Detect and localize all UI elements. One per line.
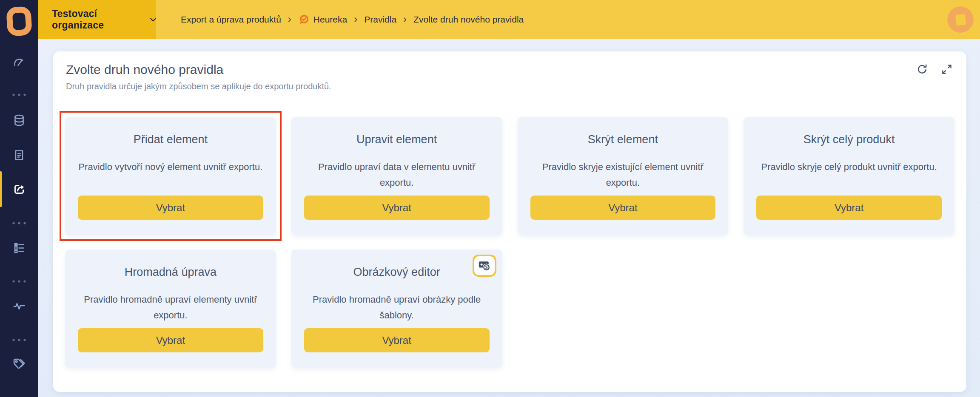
sidebar-item-more-3[interactable] bbox=[0, 272, 38, 291]
ellipsis-icon bbox=[12, 280, 26, 283]
sidebar-item-documents[interactable] bbox=[0, 146, 38, 164]
chevron-down-icon bbox=[150, 18, 156, 22]
breadcrumb-item-current: Zvolte druh nového pravidla bbox=[413, 14, 524, 25]
vybrat-button-hromadna-uprava[interactable]: Vybrat bbox=[78, 328, 263, 352]
gauge-icon bbox=[12, 56, 26, 70]
sidebar-item-dashboard[interactable] bbox=[0, 54, 38, 72]
sidebar-item-data[interactable] bbox=[0, 111, 38, 130]
ellipsis-icon bbox=[12, 338, 26, 342]
breadcrumb-label: Heureka bbox=[313, 14, 347, 25]
checklist-icon bbox=[12, 241, 26, 255]
organization-name: Testovací organizace bbox=[52, 8, 145, 31]
page-content: Zvolte druh nového pravidla Druh pravidl… bbox=[38, 39, 980, 397]
sidebar bbox=[0, 0, 38, 397]
breadcrumb-separator: › bbox=[354, 14, 357, 26]
page-subtitle: Druh pravidla určuje jakým způsobem se a… bbox=[66, 82, 954, 91]
card-description: Pravidlo skryje celý produkt uvnitř expo… bbox=[761, 159, 937, 175]
card-title: Upravit element bbox=[356, 133, 437, 146]
org-logo-avatar-icon bbox=[947, 6, 974, 33]
expand-icon bbox=[940, 63, 953, 76]
expand-button[interactable] bbox=[940, 62, 954, 76]
panel-header: Zvolte druh nového pravidla Druh pravidl… bbox=[53, 51, 966, 103]
breadcrumb-separator: › bbox=[403, 14, 407, 26]
breadcrumb-label: Pravidla bbox=[364, 14, 396, 25]
card-title: Skrýt celý produkt bbox=[803, 133, 895, 146]
sidebar-item-more-4[interactable] bbox=[0, 331, 38, 349]
topbar: Testovací organizace Export a úprava pro… bbox=[38, 0, 980, 39]
app-logo[interactable] bbox=[0, 4, 38, 38]
page-title: Zvolte druh nového pravidla bbox=[66, 62, 954, 77]
document-icon bbox=[12, 148, 26, 162]
sidebar-item-more-2[interactable] bbox=[0, 214, 38, 233]
main-area: Testovací organizace Export a úprava pro… bbox=[38, 0, 980, 397]
sidebar-item-tags[interactable] bbox=[0, 355, 38, 374]
card-description: Pravidlo hromadně upraví elementy uvnitř… bbox=[78, 292, 263, 323]
vybrat-button-skryt-element[interactable]: Vybrat bbox=[530, 196, 716, 220]
card-title: Obrázkový editor bbox=[353, 266, 440, 279]
database-icon bbox=[12, 113, 26, 128]
card-description: Pravidlo vytvoří nový element uvnitř exp… bbox=[78, 159, 262, 175]
organization-switcher[interactable]: Testovací organizace bbox=[38, 0, 156, 39]
card-title: Skrýt element bbox=[588, 133, 658, 146]
rule-card-grid: Přidat element Pravidlo vytvoří nový ele… bbox=[65, 117, 954, 368]
money-icon: $ bbox=[478, 259, 491, 272]
sidebar-item-rules-list[interactable] bbox=[0, 238, 38, 257]
breadcrumb-item-heureka[interactable]: Heureka bbox=[298, 14, 347, 26]
app-window: Testovací organizace Export a úprava pro… bbox=[0, 0, 980, 397]
vybrat-button-skryt-cely-produkt[interactable]: Vybrat bbox=[756, 196, 942, 220]
paid-feature-badge: $ bbox=[473, 255, 496, 277]
card-hromadna-uprava: Hromadná úprava Pravidlo hromadně upraví… bbox=[65, 250, 276, 368]
card-title: Hromadná úprava bbox=[125, 266, 217, 279]
card-skryt-element: Skrýt element Pravidlo skryje existující… bbox=[518, 117, 729, 235]
card-description: Pravidlo upraví data v elementu uvnitř e… bbox=[304, 159, 490, 190]
panel-actions bbox=[915, 62, 954, 76]
card-upravit-element: Upravit element Pravidlo upraví data v e… bbox=[291, 117, 502, 235]
sidebar-item-export[interactable] bbox=[0, 180, 38, 198]
rule-type-panel: Zvolte druh nového pravidla Druh pravidl… bbox=[53, 51, 966, 392]
panel-body: Přidat element Pravidlo vytvoří nový ele… bbox=[53, 103, 966, 368]
breadcrumb-label: Export a úprava produktů bbox=[181, 14, 281, 25]
card-description: Pravidlo skryje existující element uvnit… bbox=[530, 159, 716, 190]
card-title: Přidat element bbox=[134, 133, 208, 146]
breadcrumb: Export a úprava produktů › Heureka › Pra… bbox=[181, 0, 524, 39]
ellipsis-icon bbox=[12, 221, 26, 225]
vybrat-button-pridat-element[interactable]: Vybrat bbox=[78, 196, 263, 220]
heureka-icon bbox=[298, 14, 310, 26]
card-obrazkovy-editor: $ Obrázkový editor Pravidlo hromadně upr… bbox=[291, 250, 502, 368]
vybrat-button-upravit-element[interactable]: Vybrat bbox=[304, 196, 490, 220]
svg-text:$: $ bbox=[485, 265, 487, 270]
breadcrumb-item-export[interactable]: Export a úprava produktů bbox=[181, 14, 281, 25]
card-description: Pravidlo hromadně upraví obrázky podle š… bbox=[304, 292, 490, 323]
vybrat-button-obrazkovy-editor[interactable]: Vybrat bbox=[304, 328, 490, 352]
breadcrumb-separator: › bbox=[288, 14, 291, 26]
card-skryt-cely-produkt: Skrýt celý produkt Pravidlo skryje celý … bbox=[744, 117, 954, 235]
ellipsis-icon bbox=[12, 93, 26, 96]
app-logo-icon bbox=[6, 6, 32, 37]
tags-icon bbox=[11, 357, 27, 372]
avatar[interactable] bbox=[947, 6, 974, 33]
share-icon bbox=[11, 181, 27, 197]
refresh-icon bbox=[916, 63, 929, 76]
pulse-icon bbox=[11, 299, 27, 313]
selection-highlight bbox=[60, 111, 282, 241]
breadcrumb-item-pravidla[interactable]: Pravidla bbox=[364, 14, 396, 25]
refresh-button[interactable] bbox=[915, 62, 929, 76]
breadcrumb-label: Zvolte druh nového pravidla bbox=[413, 14, 524, 25]
sidebar-item-more-1[interactable] bbox=[0, 85, 38, 104]
card-pridat-element: Přidat element Pravidlo vytvoří nový ele… bbox=[65, 117, 276, 235]
sidebar-item-activity[interactable] bbox=[0, 297, 38, 315]
